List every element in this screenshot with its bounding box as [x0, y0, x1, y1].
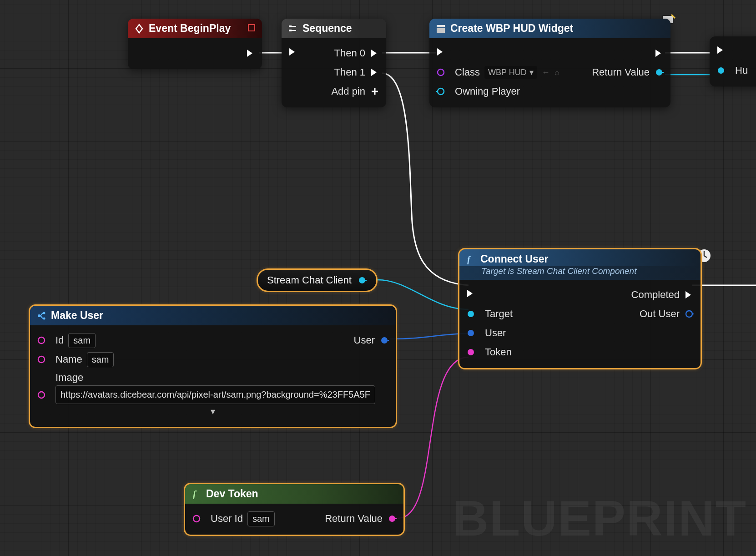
svg-text:f: f [193, 489, 197, 499]
exec-input-pin[interactable] [466, 288, 480, 301]
pin-label: User [354, 334, 375, 346]
exec-input-pin[interactable] [288, 47, 302, 60]
node-subtitle: Target is Stream Chat Client Component [459, 266, 701, 280]
add-pin-button[interactable]: Add pin [288, 82, 380, 101]
svg-point-24 [468, 311, 474, 317]
exec-input-pin[interactable] [716, 45, 731, 58]
name-input[interactable]: sam [87, 352, 114, 367]
class-dropdown[interactable]: WBP HUD ▾ [484, 66, 537, 79]
name-pin[interactable]: Name sam [36, 352, 114, 367]
node-title: Dev Token [206, 488, 258, 500]
event-icon [134, 24, 144, 34]
nav-back-icon[interactable]: ← [542, 68, 550, 77]
return-value-pin[interactable]: Return Value [325, 513, 397, 525]
node-event-begin-play[interactable]: Event BeginPlay [128, 19, 262, 69]
node-header[interactable]: f Dev Token [185, 484, 403, 504]
chevron-down-icon: ▾ [211, 406, 215, 416]
token-pin[interactable]: Token [466, 346, 512, 358]
completed-pin[interactable]: Completed [631, 289, 694, 301]
pin-label: Image [55, 372, 375, 384]
svg-rect-7 [437, 28, 445, 33]
pin-label: Return Value [325, 513, 383, 525]
node-title: Create WBP HUD Widget [450, 22, 573, 35]
svg-point-22 [389, 516, 395, 522]
svg-rect-4 [289, 25, 292, 27]
expand-toggle[interactable]: ▾ [36, 404, 389, 420]
pin-label: Hu [735, 65, 748, 76]
user-output-pin[interactable]: User [354, 334, 389, 346]
owning-player-pin[interactable]: Owning Player [436, 86, 520, 97]
node-create-widget[interactable]: Create WBP HUD Widget Class WBP HUD ▾ ← … [429, 19, 670, 107]
pin-label: Class [455, 66, 480, 78]
pin-label: Out User [640, 308, 680, 320]
id-pin[interactable]: Id sam [36, 333, 96, 348]
image-input[interactable]: https://avatars.dicebear.com/api/pixel-a… [55, 385, 375, 404]
pin-label: User [485, 327, 506, 339]
svg-point-21 [193, 516, 200, 522]
then1-pin[interactable]: Then 1 [288, 63, 380, 82]
pin-label: Target [485, 308, 513, 320]
pin-label: Then 0 [334, 47, 366, 59]
node-title: Sequence [302, 22, 352, 35]
browse-icon[interactable]: ⌕ [554, 68, 559, 77]
pin-label: Id [55, 334, 64, 346]
delegate-pin-icon [247, 22, 256, 35]
svg-rect-3 [248, 25, 255, 31]
svg-point-14 [43, 312, 45, 314]
svg-point-15 [43, 317, 45, 319]
hu-pin[interactable]: Hu [716, 65, 748, 76]
node-make-user[interactable]: Make User Id sam User Name sam [30, 306, 396, 427]
pin-label: Then 1 [334, 66, 366, 78]
struct-icon [36, 311, 46, 321]
class-pin[interactable]: Class WBP HUD ▾ ← ⌕ [436, 66, 559, 79]
exec-output-pin[interactable] [650, 48, 664, 58]
svg-point-12 [359, 277, 365, 283]
return-value-pin[interactable]: Return Value [592, 66, 664, 78]
svg-text:f: f [467, 254, 471, 264]
node-sequence[interactable]: Sequence Then 0 Then 1 Add pin [282, 19, 386, 107]
variable-label: Stream Chat Client [267, 274, 352, 286]
node-header[interactable]: Make User [30, 306, 396, 325]
node-title: Connect User [480, 253, 549, 265]
svg-point-17 [381, 337, 388, 344]
user-pin[interactable]: User [466, 327, 506, 339]
node-header[interactable]: Sequence [282, 19, 386, 38]
node-connect-user[interactable]: f Connect User Target is Stream Chat Cli… [459, 249, 701, 368]
node-offscreen-right[interactable]: Hu [710, 36, 756, 86]
variable-stream-chat-client[interactable]: Stream Chat Client [258, 270, 376, 291]
widget-icon [436, 24, 446, 34]
svg-point-11 [718, 67, 724, 74]
exec-output-pin[interactable] [134, 44, 256, 63]
node-title: Event BeginPlay [149, 22, 231, 35]
out-user-pin[interactable]: Out User [640, 308, 694, 320]
function-icon: f [192, 489, 202, 499]
pin-label: Owning Player [455, 86, 520, 97]
exec-input-pin[interactable] [436, 47, 450, 60]
node-header[interactable]: f Connect User [459, 249, 701, 266]
svg-point-13 [38, 314, 40, 317]
pin-label: User Id [211, 513, 243, 525]
pin-label: Add pin [331, 86, 365, 97]
output-pin[interactable] [357, 275, 367, 285]
user-id-pin[interactable]: User Id sam [192, 511, 275, 526]
image-pin[interactable]: Image https://avatars.dicebear.com/api/p… [36, 372, 375, 404]
pin-label: Token [485, 346, 512, 358]
svg-point-8 [438, 69, 444, 76]
node-title: Make User [51, 309, 103, 322]
user-id-input[interactable]: sam [247, 511, 275, 526]
svg-rect-5 [289, 30, 292, 31]
svg-point-26 [468, 330, 474, 336]
function-icon: f [466, 254, 476, 264]
id-input[interactable]: sam [68, 333, 96, 348]
svg-point-9 [656, 69, 662, 76]
svg-rect-6 [437, 25, 445, 27]
node-header[interactable]: Event BeginPlay [128, 19, 262, 38]
target-pin[interactable]: Target [466, 308, 513, 320]
then0-pin[interactable]: Then 0 [334, 47, 380, 59]
chevron-down-icon: ▾ [529, 67, 534, 77]
node-dev-token[interactable]: f Dev Token User Id sam Return Value [185, 484, 403, 535]
node-header[interactable]: Create WBP HUD Widget [429, 19, 670, 38]
pin-label: Name [55, 354, 82, 365]
svg-point-10 [438, 88, 444, 95]
watermark: BLUEPRINT [453, 489, 747, 547]
